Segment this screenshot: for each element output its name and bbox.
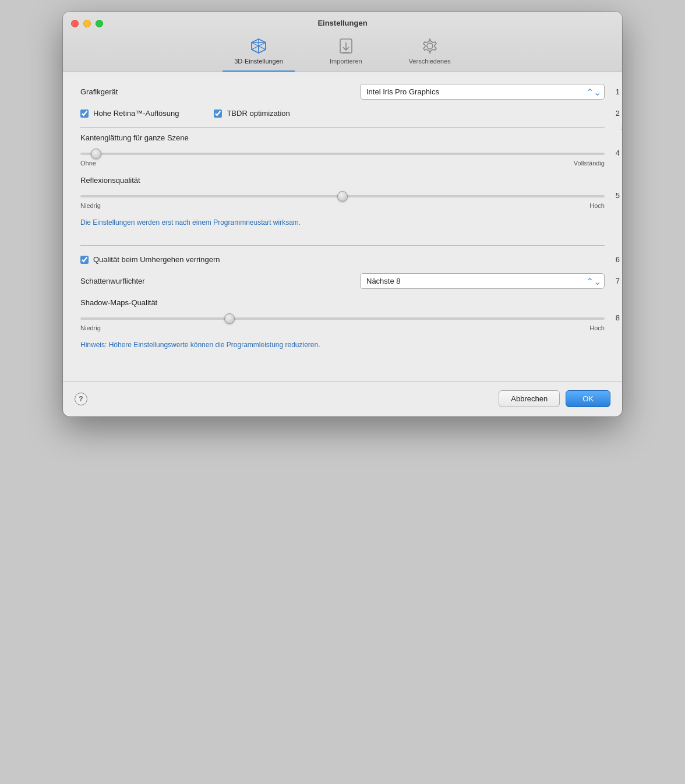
shadow-maps-title: Shadow-Maps-Qualität — [80, 298, 605, 307]
callout-6: 6 — [616, 255, 620, 264]
tab-import[interactable]: Importieren — [318, 33, 374, 72]
reflexion-max: Hoch — [589, 202, 605, 209]
action-buttons: Abbrechen OK — [499, 390, 610, 407]
retina-checkbox[interactable] — [80, 110, 89, 118]
svg-line-6 — [252, 46, 259, 50]
callout-2: 2 — [616, 109, 620, 118]
schatten-select-wrapper: Nächste 8 ⌃⌄ — [360, 273, 605, 289]
kantenglattung-max: Vollständig — [574, 160, 605, 167]
shadow-maps-min: Niedrig — [80, 324, 101, 331]
divider-line-3: 3 — [80, 127, 605, 128]
reflexion-labels: Niedrig Hoch — [80, 202, 605, 209]
kantenglattung-title: Kantenglättung für ganze Szene — [80, 133, 605, 142]
gear-icon — [421, 37, 439, 55]
schatten-select[interactable]: Nächste 8 — [360, 273, 605, 289]
schatten-row: Schattenwurflichter Nächste 8 ⌃⌄ 7 — [80, 273, 605, 289]
titlebar: Einstellungen 3D-Einstellungen — [63, 12, 622, 72]
qualitat-checkbox[interactable] — [80, 256, 89, 264]
grafik-select[interactable]: Intel Iris Pro Graphics — [360, 84, 605, 100]
retina-checkbox-row: Hohe Retina™-Auflösung — [80, 109, 179, 118]
tab-3d-settings[interactable]: 3D-Einstellungen — [223, 33, 295, 72]
section2-hint: Hinweis: Höhere Einstellungswerte können… — [80, 341, 605, 349]
retina-label[interactable]: Hohe Retina™-Auflösung — [93, 109, 179, 118]
reflexion-min: Niedrig — [80, 202, 101, 209]
shadow-maps-labels: Niedrig Hoch — [80, 324, 605, 331]
section1-info: Die Einstellungen werden erst nach einem… — [80, 218, 605, 227]
tab-import-label: Importieren — [330, 58, 362, 65]
tab-various-label: Verschiedenes — [409, 58, 451, 65]
settings-window: Einstellungen 3D-Einstellungen — [63, 12, 622, 416]
close-button[interactable] — [71, 20, 79, 27]
tab-3d-settings-label: 3D-Einstellungen — [234, 58, 283, 65]
checkbox-row-1: Hohe Retina™-Auflösung TBDR optimization… — [80, 109, 605, 123]
kantenglattung-labels: Ohne Vollständig — [80, 160, 605, 167]
shadow-maps-section: Shadow-Maps-Qualität Niedrig Hoch 8 — [80, 298, 605, 331]
traffic-lights — [71, 20, 103, 27]
callout-8: 8 — [616, 313, 620, 322]
qualitat-label[interactable]: Qualität beim Umhergehen verringern — [93, 255, 220, 264]
callout-4: 4 — [616, 149, 620, 157]
shadow-maps-max: Hoch — [589, 324, 605, 331]
schatten-label: Schattenwurflichter — [80, 277, 197, 285]
kantenglattung-slider[interactable] — [80, 153, 605, 155]
minimize-button[interactable] — [83, 20, 91, 27]
kantenglattung-min: Ohne — [80, 160, 96, 167]
callout-3: 3 — [622, 123, 622, 132]
grafik-label: Grafikgerät — [80, 87, 197, 96]
svg-line-4 — [259, 43, 266, 46]
tbdr-checkbox[interactable] — [214, 110, 222, 118]
kantenglattung-section: Kantenglättung für ganze Szene Ohne Voll… — [80, 133, 605, 167]
reflexion-slider[interactable] — [80, 195, 605, 197]
callout-5: 5 — [616, 191, 620, 200]
ok-button[interactable]: OK — [566, 390, 610, 407]
shadow-maps-slider[interactable] — [80, 317, 605, 320]
graphics-section: Grafikgerät Intel Iris Pro Graphics ⌃⌄ 1… — [80, 84, 605, 246]
maximize-button[interactable] — [96, 20, 103, 27]
svg-line-3 — [252, 43, 259, 46]
callout-7: 7 — [616, 277, 620, 285]
tbdr-label[interactable]: TBDR optimization — [227, 109, 289, 118]
tab-various[interactable]: Verschiedenes — [397, 33, 462, 72]
main-content: Grafikgerät Intel Iris Pro Graphics ⌃⌄ 1… — [63, 72, 622, 370]
reflexion-title: Reflexionsqualität — [80, 176, 605, 185]
toolbar: 3D-Einstellungen Importieren Verschieden… — [223, 33, 462, 72]
cube-icon — [249, 37, 268, 55]
svg-point-11 — [427, 43, 433, 49]
grafik-row: Grafikgerät Intel Iris Pro Graphics ⌃⌄ 1 — [80, 84, 605, 100]
grafik-select-wrapper: Intel Iris Pro Graphics ⌃⌄ — [360, 84, 605, 100]
import-icon — [337, 37, 355, 55]
cancel-button[interactable]: Abbrechen — [499, 390, 560, 407]
shadow-section: Qualität beim Umhergehen verringern 6 Sc… — [80, 255, 605, 349]
qualitat-checkbox-row: Qualität beim Umhergehen verringern 6 — [80, 255, 605, 264]
callout-1: 1 — [616, 87, 620, 96]
reflexion-section: Reflexionsqualität Niedrig Hoch 5 — [80, 176, 605, 209]
tbdr-checkbox-row: TBDR optimization — [214, 109, 289, 118]
help-button[interactable]: ? — [75, 393, 87, 405]
window-title: Einstellungen — [317, 19, 367, 27]
bottom-bar: ? Abbrechen OK — [63, 382, 622, 416]
svg-line-7 — [259, 46, 266, 50]
